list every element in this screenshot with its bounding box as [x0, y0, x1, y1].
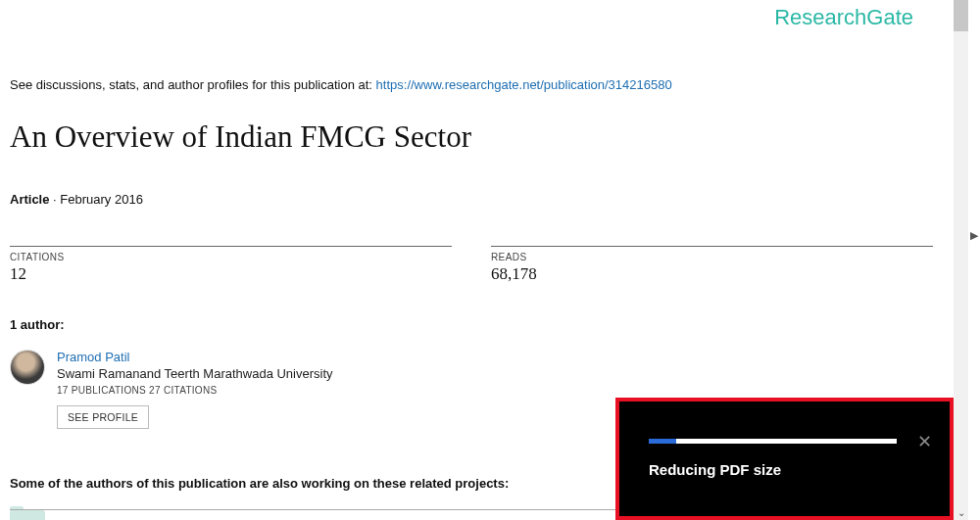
publication-type: Article [10, 192, 49, 207]
publication-url-link[interactable]: https://www.researchgate.net/publication… [376, 77, 672, 92]
project-folder-icon: Project [10, 510, 45, 520]
brand-logo[interactable]: ResearchGate [10, 0, 933, 30]
citations-label: CITATIONS [10, 252, 452, 262]
author-count: 1 author: [10, 317, 933, 332]
progress-bar-track [649, 439, 897, 444]
author-info: Pramod Patil Swami Ramanand Teerth Marat… [57, 350, 333, 429]
author-name-link[interactable]: Pramod Patil [57, 350, 333, 364]
reads-label: READS [491, 252, 933, 262]
progress-bar-fill [649, 439, 676, 444]
citations-block: CITATIONS 12 [10, 246, 452, 284]
author-avatar[interactable] [10, 350, 45, 385]
publication-title: An Overview of Indian FMCG Sector [10, 119, 933, 155]
side-expand-arrow-icon[interactable]: ▶ [968, 225, 980, 245]
see-profile-button[interactable]: SEE PROFILE [57, 405, 149, 429]
vertical-scrollbar[interactable]: ⌄ [954, 0, 968, 520]
author-pubs-line: 17 PUBLICATIONS 27 CITATIONS [57, 385, 333, 396]
publication-date: February 2016 [60, 192, 143, 207]
progress-toast: ✕ Reducing PDF size [615, 398, 954, 520]
publication-meta: Article · February 2016 [10, 192, 933, 207]
stats-row: CITATIONS 12 READS 68,178 [10, 246, 933, 284]
scrollbar-down-icon[interactable]: ⌄ [954, 505, 968, 520]
author-affiliation: Swami Ramanand Teerth Marathwada Univers… [57, 366, 333, 381]
scrollbar-thumb[interactable] [954, 0, 968, 31]
close-icon[interactable]: ✕ [917, 433, 932, 450]
citations-value: 12 [10, 264, 452, 284]
reads-value: 68,178 [491, 264, 933, 284]
discussion-prefix: See discussions, stats, and author profi… [10, 77, 376, 92]
meta-separator: · [49, 192, 60, 207]
discussion-line: See discussions, stats, and author profi… [10, 77, 933, 92]
progress-label: Reducing PDF size [649, 461, 930, 478]
reads-block: READS 68,178 [491, 246, 933, 284]
